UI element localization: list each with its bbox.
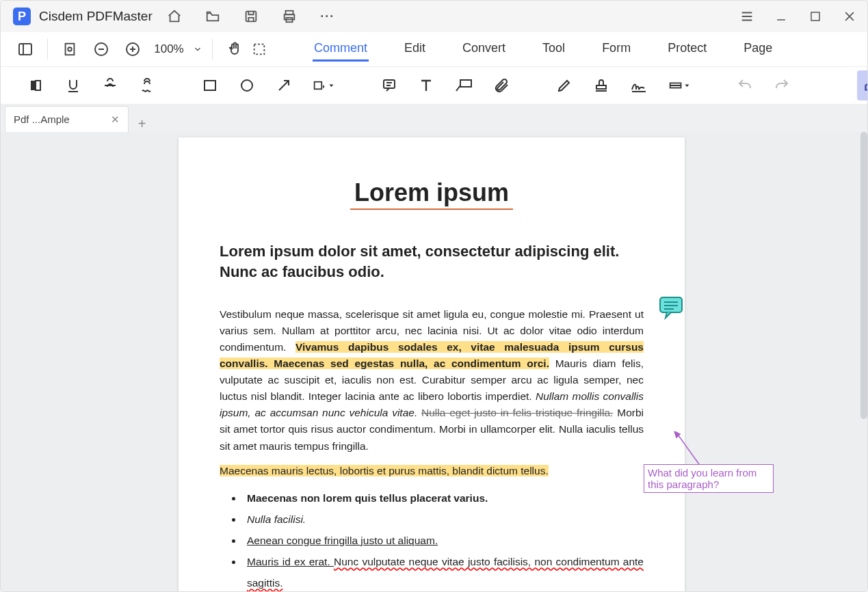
circle-shape-icon[interactable] [239,75,255,96]
zoom-out-icon[interactable] [89,37,114,62]
svg-rect-28 [315,82,322,90]
titlebar: P Cisdem PDFMaster ··· [1,1,867,32]
tab-protect[interactable]: Protect [666,37,708,62]
svg-rect-0 [246,12,256,22]
tab-comment[interactable]: Comment [313,37,369,62]
app-title: Cisdem PDFMaster [39,9,153,24]
close-icon[interactable] [841,8,858,25]
svg-rect-37 [596,85,606,89]
home-icon[interactable] [166,8,183,25]
print-icon[interactable] [281,8,298,25]
tab-form[interactable]: Form [601,37,632,62]
svg-rect-11 [19,44,31,55]
stamp-icon[interactable] [593,75,609,96]
hamburger-menu-icon[interactable] [739,8,755,25]
list-item: Nulla facilisi. [243,509,644,530]
maximize-icon[interactable] [807,8,824,25]
signature-icon[interactable] [630,75,648,96]
strikethrough-text: Nulla eget justo in felis tristique frin… [421,407,613,418]
svg-marker-29 [330,85,334,88]
doc-title: Lorem ipsum [354,178,509,207]
redo-icon[interactable] [774,75,790,96]
add-tab-icon[interactable]: + [138,116,146,132]
more-icon[interactable]: ··· [319,8,336,25]
work-area[interactable]: Lorem ipsum Lorem ipsum dolor sit amet, … [1,132,867,592]
zoom-in-icon[interactable] [120,37,145,62]
svg-marker-42 [685,85,689,88]
tab-tool[interactable]: Tool [541,37,566,62]
eraser-icon[interactable] [857,70,868,100]
callout-annotation[interactable]: What did you learn from this paragraph? [644,464,774,493]
svg-point-14 [68,47,72,51]
open-folder-icon[interactable] [205,8,221,25]
more-shapes-icon[interactable] [313,75,334,96]
svg-rect-13 [66,44,75,55]
sticky-note-icon[interactable] [381,75,397,96]
doc-bullet-list: Maecenas non lorem quis tellus placerat … [243,487,644,592]
svg-rect-21 [31,81,36,90]
pdf-page[interactable]: Lorem ipsum Lorem ipsum dolor sit amet, … [179,137,685,592]
select-area-icon[interactable] [247,37,272,62]
separator [47,39,48,59]
svg-rect-30 [384,80,395,88]
highlight-icon[interactable] [28,75,44,96]
mode-tabs: Comment Edit Convert Tool Form Protect P… [313,37,774,62]
squiggly-icon[interactable] [139,75,155,96]
zoom-value[interactable]: 100% [152,42,186,56]
pencil-icon[interactable] [556,75,573,96]
hand-tool-icon[interactable] [222,37,247,62]
zoom-controls: 100% [57,37,202,62]
save-icon[interactable] [243,8,259,25]
svg-rect-20 [254,44,265,55]
tab-page[interactable]: Page [742,37,774,62]
svg-line-36 [456,85,460,91]
list-item: Maecenas non lorem quis tellus placerat … [243,487,644,509]
separator [212,39,213,59]
svg-rect-35 [460,80,471,87]
svg-rect-25 [205,81,215,90]
strikethrough-icon[interactable] [102,75,118,96]
list-item: Aenean congue fringilla justo ut aliquam… [243,530,644,551]
document-tabs: Pdf ...Ample ✕ + [1,105,867,132]
svg-rect-22 [36,81,40,90]
main-toolbar: 100% Comment Edit Convert Tool Form Prot… [1,32,867,66]
scrollbar-thumb[interactable] [860,132,867,419]
zoom-dropdown-icon[interactable] [193,44,202,54]
sidebar-toggle-icon[interactable] [13,37,38,62]
sticky-note-annotation[interactable] [659,296,685,321]
highlighted-text: Maecenas mauris lectus, lobortis et puru… [220,465,549,476]
close-tab-icon[interactable]: ✕ [111,113,120,126]
page-settings-icon[interactable] [57,37,82,62]
arrow-shape-icon[interactable] [276,75,292,96]
callout-icon[interactable] [455,75,473,96]
link-tool-icon[interactable] [668,75,690,96]
svg-line-48 [676,433,699,464]
list-item: Mauris id ex erat. Nunc vulputate neque … [243,551,644,592]
doc-subtitle: Lorem ipsum dolor sit amet, consectetur … [220,241,644,282]
app-logo: P [13,8,31,25]
text-tool-icon[interactable] [418,75,434,96]
minimize-icon[interactable] [773,8,789,25]
svg-line-27 [279,81,289,90]
document-tab-label: Pdf ...Ample [14,113,70,125]
comment-toolbar [1,66,867,105]
svg-rect-8 [811,12,819,21]
attachment-icon[interactable] [493,75,510,96]
underline-icon[interactable] [65,75,81,96]
tab-convert[interactable]: Convert [461,37,507,62]
undo-icon[interactable] [737,75,753,96]
doc-body: Vestibulum neque massa, scelerisque sit … [220,306,644,592]
callout-arrow-icon [673,431,714,466]
rectangle-shape-icon[interactable] [202,75,218,96]
svg-point-26 [241,80,252,91]
document-tab[interactable]: Pdf ...Ample ✕ [5,106,129,132]
tab-edit[interactable]: Edit [403,37,427,62]
